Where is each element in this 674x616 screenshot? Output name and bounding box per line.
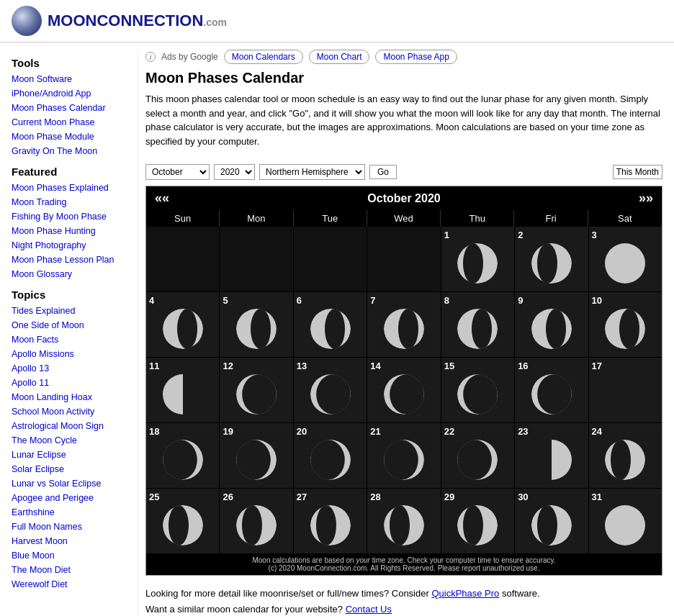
calendar-day-cell[interactable]: 25 — [146, 489, 219, 553]
calendar-day-cell[interactable]: 23 — [515, 423, 588, 488]
go-button[interactable]: Go — [369, 165, 397, 179]
sidebar-link-apollo-missions[interactable]: Apollo Missions — [12, 347, 129, 361]
calendar-day-cell[interactable]: 21 — [367, 423, 440, 488]
sidebar-link-current-moon-phase[interactable]: Current Moon Phase — [12, 115, 129, 130]
sidebar-link-moon-trading[interactable]: Moon Trading — [12, 195, 129, 209]
calendar-day-cell[interactable]: 5 — [220, 292, 292, 357]
calendar-empty-cell — [220, 227, 292, 291]
sidebar-link-lunar-eclipse[interactable]: Lunar Eclipse — [12, 448, 129, 462]
moon-phase-image — [309, 307, 352, 350]
calendar-day-cell[interactable]: 10 — [589, 292, 662, 357]
sidebar-link-lesson-plan[interactable]: Moon Phase Lesson Plan — [12, 253, 129, 267]
moon-phase-image — [382, 373, 426, 416]
sidebar-link-apollo11[interactable]: Apollo 11 — [12, 376, 129, 390]
sidebar-link-blue-moon[interactable]: Blue Moon — [12, 548, 129, 563]
calendar-title: October 2020 — [367, 192, 440, 205]
sidebar-link-iphone-app[interactable]: iPhone/Android App — [12, 86, 129, 101]
sidebar-link-glossary[interactable]: Moon Glossary — [12, 267, 129, 281]
calendar-day-cell[interactable]: 16 — [515, 358, 588, 422]
quickphase-link[interactable]: QuickPhase Pro — [431, 588, 499, 599]
sidebar-link-moon-cycle[interactable]: The Moon Cycle — [12, 433, 129, 448]
ads-link-moon-phase-app[interactable]: Moon Phase App — [375, 50, 457, 64]
svg-point-97 — [168, 505, 189, 545]
svg-point-81 — [384, 440, 418, 480]
sidebar-link-one-side[interactable]: One Side of Moon — [12, 318, 129, 332]
day-number: 27 — [297, 492, 307, 502]
calendar-day-cell[interactable]: 17 — [589, 358, 662, 422]
year-select[interactable]: 201820192020 20212022 — [214, 164, 255, 180]
contact-us-link[interactable]: Contact Us — [346, 604, 392, 615]
calendar-day-cell[interactable]: 9 — [515, 292, 588, 357]
moon-phase-image — [235, 373, 278, 416]
calendar-day-cell[interactable]: 26 — [220, 489, 292, 553]
calendar-day-cell[interactable]: 19 — [220, 423, 292, 488]
day-number: 24 — [592, 426, 602, 437]
calendar-day-cell[interactable]: 1 — [441, 227, 514, 291]
day-tue: Tue — [294, 210, 367, 227]
sidebar-link-moon-software[interactable]: Moon Software — [12, 72, 129, 86]
svg-point-3 — [463, 243, 483, 284]
calendar-day-cell[interactable]: 22 — [441, 423, 514, 488]
sidebar-link-hoax[interactable]: Moon Landing Hoax — [12, 390, 129, 404]
calendar-day-cell[interactable]: 31 — [589, 489, 662, 553]
sidebar-link-moon-phases-calendar[interactable]: Moon Phases Calendar — [12, 101, 129, 115]
svg-point-7 — [537, 243, 557, 284]
ads-link-moon-chart[interactable]: Moon Chart — [309, 50, 370, 64]
day-number: 10 — [592, 295, 602, 306]
sidebar-link-moon-facts[interactable]: Moon Facts — [12, 332, 129, 347]
sidebar-link-earthshine[interactable]: Earthshine — [12, 505, 129, 520]
calendar-day-cell[interactable]: 2 — [515, 227, 588, 291]
calendar-day-cell[interactable]: 7 — [367, 292, 440, 357]
day-number: 28 — [370, 492, 380, 502]
calendar-day-cell[interactable]: 18 — [146, 423, 219, 488]
prev-month-button[interactable]: «« — [155, 191, 169, 206]
calendar-day-cell[interactable]: 15 — [441, 358, 514, 422]
moon-phase-image — [603, 504, 647, 547]
sidebar-link-harvest-moon[interactable]: Harvest Moon — [12, 534, 129, 548]
sidebar-link-gravity[interactable]: Gravity On The Moon — [12, 144, 129, 158]
svg-point-25 — [398, 309, 418, 349]
sidebar-link-fishing[interactable]: Fishing By Moon Phase — [12, 209, 129, 224]
calendar-day-cell[interactable]: 12 — [220, 358, 292, 422]
featured-section-title: Featured — [12, 166, 129, 178]
day-number: 12 — [223, 361, 233, 371]
month-select[interactable]: JanuaryFebruaryMarch AprilMayJune JulyAu… — [145, 164, 210, 180]
calendar-day-cell[interactable]: 11 — [146, 358, 219, 422]
sidebar-link-lunar-vs-solar[interactable]: Lunar vs Solar Eclipse — [12, 476, 129, 491]
day-number: 21 — [370, 426, 380, 437]
svg-point-37 — [619, 309, 639, 349]
logo-moon-word: MOON — [48, 12, 96, 30]
calendar-day-cell[interactable]: 14 — [367, 358, 440, 422]
calendar-day-cell[interactable]: 24 — [589, 423, 662, 488]
next-month-button[interactable]: »» — [639, 191, 653, 206]
sidebar-link-werewolf-diet[interactable]: Werewolf Diet — [12, 577, 129, 592]
sidebar-link-apogee[interactable]: Apogee and Perigee — [12, 491, 129, 505]
calendar-day-cell[interactable]: 13 — [294, 358, 367, 422]
calendar-controls: JanuaryFebruaryMarch AprilMayJune JulyAu… — [145, 158, 662, 186]
sidebar-link-astrological[interactable]: Astrological Moon Sign — [12, 419, 129, 433]
sidebar-link-tides[interactable]: Tides Explained — [12, 304, 129, 318]
hemisphere-select[interactable]: Northern Hemisphere Southern Hemisphere — [259, 164, 365, 180]
ads-link-moon-calendars[interactable]: Moon Calendars — [224, 50, 303, 64]
calendar-day-cell[interactable]: 27 — [294, 489, 367, 553]
sidebar-link-apollo13[interactable]: Apollo 13 — [12, 361, 129, 376]
calendar-day-cell[interactable]: 8 — [441, 292, 514, 357]
sidebar-link-moon-phase-module[interactable]: Moon Phase Module — [12, 130, 129, 144]
svg-point-44 — [242, 374, 277, 415]
moon-phase-image — [456, 307, 499, 350]
sidebar-link-night-photography[interactable]: Night Photography — [12, 238, 129, 253]
sidebar-link-school-activity[interactable]: School Moon Activity — [12, 404, 129, 419]
calendar-day-cell[interactable]: 28 — [367, 489, 440, 553]
calendar-day-cell[interactable]: 29 — [441, 489, 514, 553]
sidebar-link-phases-explained[interactable]: Moon Phases Explained — [12, 181, 129, 195]
calendar-day-cell[interactable]: 3 — [589, 227, 662, 291]
sidebar-link-hunting[interactable]: Moon Phase Hunting — [12, 224, 129, 238]
sidebar-link-full-moon-names[interactable]: Full Moon Names — [12, 520, 129, 534]
calendar-day-cell[interactable]: 20 — [294, 423, 367, 488]
calendar-day-cell[interactable]: 4 — [146, 292, 219, 357]
calendar-day-cell[interactable]: 6 — [294, 292, 367, 357]
calendar-day-cell[interactable]: 30 — [515, 489, 588, 553]
this-month-button[interactable]: This Month — [613, 165, 662, 179]
sidebar-link-moon-diet[interactable]: The Moon Diet — [12, 563, 129, 577]
sidebar-link-solar-eclipse[interactable]: Solar Eclipse — [12, 462, 129, 476]
